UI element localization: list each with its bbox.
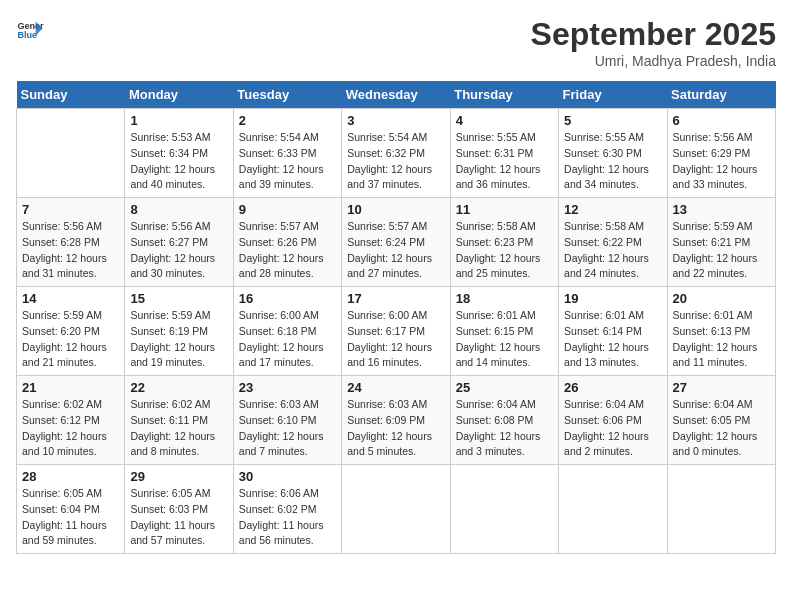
weekday-header-sunday: Sunday — [17, 81, 125, 109]
page-header: General Blue General Blue September 2025… — [16, 16, 776, 69]
calendar-cell: 19 Sunrise: 6:01 AM Sunset: 6:14 PM Dayl… — [559, 287, 667, 376]
sunrise-text: Sunrise: 6:01 AM — [564, 309, 644, 321]
day-number: 21 — [22, 380, 119, 395]
calendar-cell: 9 Sunrise: 5:57 AM Sunset: 6:26 PM Dayli… — [233, 198, 341, 287]
day-number: 2 — [239, 113, 336, 128]
daylight-text: Daylight: 12 hours and 34 minutes. — [564, 163, 649, 191]
day-number: 30 — [239, 469, 336, 484]
sunset-text: Sunset: 6:02 PM — [239, 503, 317, 515]
calendar-cell: 16 Sunrise: 6:00 AM Sunset: 6:18 PM Dayl… — [233, 287, 341, 376]
sunrise-text: Sunrise: 5:53 AM — [130, 131, 210, 143]
sunset-text: Sunset: 6:13 PM — [673, 325, 751, 337]
sunrise-text: Sunrise: 5:55 AM — [456, 131, 536, 143]
daylight-text: Daylight: 12 hours and 24 minutes. — [564, 252, 649, 280]
calendar-cell: 1 Sunrise: 5:53 AM Sunset: 6:34 PM Dayli… — [125, 109, 233, 198]
sunset-text: Sunset: 6:31 PM — [456, 147, 534, 159]
day-number: 13 — [673, 202, 770, 217]
sunset-text: Sunset: 6:05 PM — [673, 414, 751, 426]
logo-icon: General Blue — [16, 16, 44, 44]
sunset-text: Sunset: 6:09 PM — [347, 414, 425, 426]
daylight-text: Daylight: 12 hours and 36 minutes. — [456, 163, 541, 191]
day-number: 3 — [347, 113, 444, 128]
calendar-cell — [17, 109, 125, 198]
sunset-text: Sunset: 6:19 PM — [130, 325, 208, 337]
day-number: 15 — [130, 291, 227, 306]
weekday-header-wednesday: Wednesday — [342, 81, 450, 109]
day-number: 19 — [564, 291, 661, 306]
day-number: 23 — [239, 380, 336, 395]
sunrise-text: Sunrise: 6:03 AM — [239, 398, 319, 410]
daylight-text: Daylight: 11 hours and 57 minutes. — [130, 519, 215, 547]
sunrise-text: Sunrise: 5:56 AM — [22, 220, 102, 232]
daylight-text: Daylight: 12 hours and 3 minutes. — [456, 430, 541, 458]
calendar-cell: 20 Sunrise: 6:01 AM Sunset: 6:13 PM Dayl… — [667, 287, 775, 376]
daylight-text: Daylight: 12 hours and 30 minutes. — [130, 252, 215, 280]
calendar-cell: 10 Sunrise: 5:57 AM Sunset: 6:24 PM Dayl… — [342, 198, 450, 287]
sunset-text: Sunset: 6:30 PM — [564, 147, 642, 159]
calendar-cell: 27 Sunrise: 6:04 AM Sunset: 6:05 PM Dayl… — [667, 376, 775, 465]
day-number: 27 — [673, 380, 770, 395]
day-number: 24 — [347, 380, 444, 395]
daylight-text: Daylight: 12 hours and 28 minutes. — [239, 252, 324, 280]
calendar-week-row: 1 Sunrise: 5:53 AM Sunset: 6:34 PM Dayli… — [17, 109, 776, 198]
day-number: 8 — [130, 202, 227, 217]
daylight-text: Daylight: 12 hours and 37 minutes. — [347, 163, 432, 191]
sunrise-text: Sunrise: 5:56 AM — [130, 220, 210, 232]
weekday-header-friday: Friday — [559, 81, 667, 109]
daylight-text: Daylight: 12 hours and 25 minutes. — [456, 252, 541, 280]
daylight-text: Daylight: 12 hours and 8 minutes. — [130, 430, 215, 458]
sunrise-text: Sunrise: 6:03 AM — [347, 398, 427, 410]
daylight-text: Daylight: 12 hours and 13 minutes. — [564, 341, 649, 369]
sunset-text: Sunset: 6:26 PM — [239, 236, 317, 248]
day-number: 1 — [130, 113, 227, 128]
day-number: 18 — [456, 291, 553, 306]
calendar-cell: 26 Sunrise: 6:04 AM Sunset: 6:06 PM Dayl… — [559, 376, 667, 465]
calendar-cell: 7 Sunrise: 5:56 AM Sunset: 6:28 PM Dayli… — [17, 198, 125, 287]
sunset-text: Sunset: 6:23 PM — [456, 236, 534, 248]
sunrise-text: Sunrise: 6:02 AM — [130, 398, 210, 410]
weekday-header-monday: Monday — [125, 81, 233, 109]
sunrise-text: Sunrise: 5:57 AM — [239, 220, 319, 232]
calendar-cell: 14 Sunrise: 5:59 AM Sunset: 6:20 PM Dayl… — [17, 287, 125, 376]
day-number: 5 — [564, 113, 661, 128]
day-number: 10 — [347, 202, 444, 217]
calendar-cell: 3 Sunrise: 5:54 AM Sunset: 6:32 PM Dayli… — [342, 109, 450, 198]
calendar-week-row: 28 Sunrise: 6:05 AM Sunset: 6:04 PM Dayl… — [17, 465, 776, 554]
calendar-cell: 29 Sunrise: 6:05 AM Sunset: 6:03 PM Dayl… — [125, 465, 233, 554]
sunset-text: Sunset: 6:18 PM — [239, 325, 317, 337]
day-number: 4 — [456, 113, 553, 128]
sunrise-text: Sunrise: 5:54 AM — [239, 131, 319, 143]
sunset-text: Sunset: 6:11 PM — [130, 414, 208, 426]
sunset-text: Sunset: 6:17 PM — [347, 325, 425, 337]
location-label: Umri, Madhya Pradesh, India — [531, 53, 776, 69]
calendar-cell: 6 Sunrise: 5:56 AM Sunset: 6:29 PM Dayli… — [667, 109, 775, 198]
calendar-cell — [342, 465, 450, 554]
daylight-text: Daylight: 12 hours and 40 minutes. — [130, 163, 215, 191]
calendar-cell: 8 Sunrise: 5:56 AM Sunset: 6:27 PM Dayli… — [125, 198, 233, 287]
sunset-text: Sunset: 6:08 PM — [456, 414, 534, 426]
sunset-text: Sunset: 6:29 PM — [673, 147, 751, 159]
sunset-text: Sunset: 6:14 PM — [564, 325, 642, 337]
sunrise-text: Sunrise: 6:04 AM — [456, 398, 536, 410]
daylight-text: Daylight: 12 hours and 5 minutes. — [347, 430, 432, 458]
weekday-header-row: SundayMondayTuesdayWednesdayThursdayFrid… — [17, 81, 776, 109]
sunrise-text: Sunrise: 6:01 AM — [456, 309, 536, 321]
calendar-cell — [450, 465, 558, 554]
calendar-cell: 23 Sunrise: 6:03 AM Sunset: 6:10 PM Dayl… — [233, 376, 341, 465]
day-number: 11 — [456, 202, 553, 217]
sunset-text: Sunset: 6:33 PM — [239, 147, 317, 159]
day-number: 7 — [22, 202, 119, 217]
day-number: 25 — [456, 380, 553, 395]
day-number: 16 — [239, 291, 336, 306]
sunrise-text: Sunrise: 5:58 AM — [456, 220, 536, 232]
calendar-cell: 2 Sunrise: 5:54 AM Sunset: 6:33 PM Dayli… — [233, 109, 341, 198]
calendar-cell: 30 Sunrise: 6:06 AM Sunset: 6:02 PM Dayl… — [233, 465, 341, 554]
calendar-table: SundayMondayTuesdayWednesdayThursdayFrid… — [16, 81, 776, 554]
day-number: 28 — [22, 469, 119, 484]
title-block: September 2025 Umri, Madhya Pradesh, Ind… — [531, 16, 776, 69]
sunset-text: Sunset: 6:34 PM — [130, 147, 208, 159]
daylight-text: Daylight: 12 hours and 11 minutes. — [673, 341, 758, 369]
calendar-cell — [667, 465, 775, 554]
sunset-text: Sunset: 6:20 PM — [22, 325, 100, 337]
daylight-text: Daylight: 12 hours and 39 minutes. — [239, 163, 324, 191]
